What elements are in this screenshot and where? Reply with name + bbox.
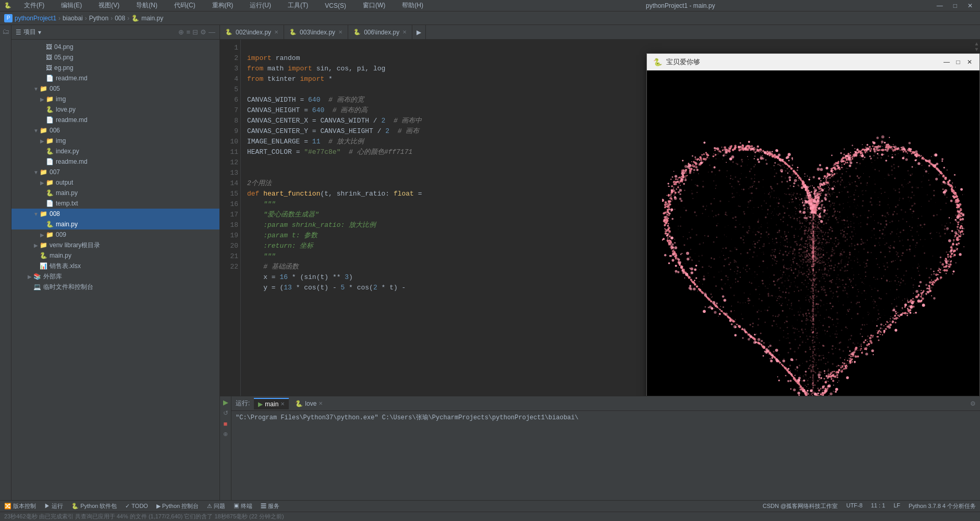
tab-002-index[interactable]: 🐍 002\index.py ✕ — [220, 25, 284, 40]
tree-item-009[interactable]: ▶ 📁 009 — [11, 229, 219, 240]
maximize-button[interactable]: □ — [950, 2, 960, 9]
sidebar-title: 项目 — [23, 28, 36, 37]
tab-close-icon[interactable]: ✕ — [274, 29, 278, 35]
floating-close-button[interactable]: ✕ — [966, 58, 973, 66]
tab-close-icon[interactable]: ✕ — [402, 29, 407, 35]
status-line-ending: LF — [893, 502, 900, 510]
lib-icon: 📚 — [33, 273, 41, 280]
terminal-btn[interactable]: ▣ 终端 — [234, 502, 252, 510]
tab-003-index[interactable]: 🐍 003\index.py ✕ — [284, 25, 348, 40]
image-icon: 🖼 — [46, 43, 52, 51]
menu-item-vcs[interactable]: VCS(S) — [321, 1, 350, 10]
folder-icon: 📁 — [40, 241, 47, 249]
bottom-tab-main[interactable]: ▶ main ✕ — [254, 398, 289, 409]
sidebar-hide-icon[interactable]: — — [209, 28, 215, 36]
minimize-button[interactable]: — — [934, 2, 946, 9]
python-packages-btn[interactable]: 🐍 Python 软件包 — [71, 502, 117, 510]
bottom-tab-right-controls: ⚙ — [970, 400, 976, 407]
tree-item-temp-console[interactable]: 💻 临时文件和控制台 — [11, 282, 219, 292]
menu-item-window[interactable]: 窗口(W) — [359, 0, 389, 11]
tree-item-venv[interactable]: ▶ 📁 venv library根目录 — [11, 240, 219, 250]
breadcrumb-item-python[interactable]: Python — [89, 15, 108, 22]
issues-btn[interactable]: ⚠ 问题 — [207, 502, 225, 510]
status-csdn: CSDN @孤客网络科技工作室 — [763, 502, 838, 510]
tree-item-007[interactable]: ▼ 📁 007 — [11, 167, 219, 177]
tree-item-008[interactable]: ▼ 📁 008 — [11, 209, 219, 219]
tree-item-readme3[interactable]: 📄 readme.md — [11, 156, 219, 167]
settings-icon[interactable]: ⚙ — [970, 400, 976, 407]
breadcrumb-item-project[interactable]: pythonProject1 — [15, 15, 56, 22]
floating-window-title-bar: 🐍 宝贝爱你够 — □ ✕ — [647, 54, 979, 70]
run-command-line: "C:\Program Files\Python37\python.exe" C… — [236, 413, 976, 422]
tree-item-05png[interactable]: 🖼 05.png — [11, 52, 219, 63]
tree-item-img-005[interactable]: ▶ 📁 img — [11, 94, 219, 104]
tab-more[interactable]: ▶ — [412, 25, 426, 40]
tree-item-temptxt[interactable]: 📄 temp.txt — [11, 198, 219, 209]
menu-item-nav[interactable]: 导航(N) — [132, 0, 162, 11]
menu-item-view[interactable]: 视图(V) — [94, 0, 124, 11]
tree-item-img-006[interactable]: ▶ 📁 img — [11, 136, 219, 146]
run-btn[interactable]: ▶ 运行 — [44, 502, 63, 510]
tree-item-readme1[interactable]: 📄 readme.md — [11, 73, 219, 83]
heart-canvas: // We'll use inline SVG circles to simul… — [647, 70, 979, 396]
folder-icon: 📁 — [46, 179, 54, 186]
todo-btn[interactable]: ✓ TODO — [125, 503, 148, 510]
menu-item-refactor[interactable]: 重构(R) — [208, 0, 238, 11]
tab-bar: 🐍 002\index.py ✕ 🐍 003\index.py ✕ 🐍 006\… — [220, 25, 980, 40]
run-rerun-icon[interactable]: ↺ — [223, 409, 228, 417]
run-stop-icon[interactable]: ■ — [224, 420, 228, 428]
sidebar-locate-icon[interactable]: ⊕ — [178, 28, 184, 36]
sidebar-dropdown-icon[interactable]: ▾ — [38, 29, 41, 36]
tree-item-005[interactable]: ▼ 📁 005 — [11, 83, 219, 94]
menu-item-code[interactable]: 代码(C) — [170, 0, 200, 11]
services-btn[interactable]: ☰ 服务 — [261, 502, 279, 510]
close-button[interactable]: ✕ — [964, 2, 976, 9]
tree-item-egpng[interactable]: 🖼 eg.png — [11, 63, 219, 73]
tree-item-indexpy-006[interactable]: 🐍 index.py — [11, 146, 219, 156]
tree-item-external-libs[interactable]: ▶ 📚 外部库 — [11, 271, 219, 282]
tree-item-lovepy[interactable]: 🐍 love.py — [11, 104, 219, 115]
tab-close-icon[interactable]: ✕ — [280, 401, 285, 407]
tree-item-mainpy-008-active[interactable]: 🐍 main.py — [11, 219, 219, 229]
tree-item-output[interactable]: ▶ 📁 output — [11, 177, 219, 188]
menu-item-run[interactable]: 运行(U) — [246, 0, 275, 11]
tab-006-index[interactable]: 🐍 006\index.py ✕ — [348, 25, 412, 40]
breadcrumb-item-biaobai[interactable]: biaobai — [63, 15, 83, 22]
version-control-btn[interactable]: 🔀 版本控制 — [4, 502, 36, 510]
floating-minimize-button[interactable]: — — [943, 58, 950, 66]
terminal-content[interactable]: "C:\Program Files\Python37\python.exe" C… — [231, 411, 980, 500]
python-console-btn[interactable]: ▶ Python 控制台 — [156, 502, 199, 510]
folder-icon: 📁 — [40, 127, 47, 134]
xlsx-icon: 📊 — [40, 262, 47, 270]
tree-item-mainpy-007[interactable]: 🐍 main.py — [11, 188, 219, 198]
run-split-icon[interactable]: ⊕ — [223, 431, 228, 438]
sidebar-expand-icon[interactable]: ≡ — [186, 28, 190, 36]
menu-item-tools[interactable]: 工具(T) — [284, 0, 312, 11]
sidebar: ☰ 项目 ▾ ⊕ ≡ ⊟ ⚙ — 🖼 04.png — [11, 25, 220, 500]
project-panel-icon[interactable]: 🗂 — [2, 27, 9, 35]
tab-close-icon[interactable]: ✕ — [318, 401, 323, 406]
breadcrumb: P pythonProject1 › biaobai › Python › 00… — [0, 11, 980, 25]
image-icon: 🖼 — [46, 54, 52, 61]
tree-item-readme2[interactable]: 📄 readme.md — [11, 115, 219, 125]
tree-item-xlsx[interactable]: 📊 销售表.xlsx — [11, 261, 219, 271]
tab-close-icon[interactable]: ✕ — [338, 29, 342, 35]
run-play-icon[interactable]: ▶ — [223, 398, 228, 406]
indexing-status: 23秒462毫秒 由已完成索引 共查询已应用于 44% 的文件 (1,177/2… — [0, 512, 980, 521]
console-icon: 💻 — [33, 283, 41, 290]
tree-item-04png[interactable]: 🖼 04.png — [11, 42, 219, 52]
breadcrumb-item-file[interactable]: 🐍 main.py — [131, 15, 163, 22]
tree-item-mainpy-root[interactable]: 🐍 main.py — [11, 250, 219, 261]
menu-item-edit[interactable]: 编辑(E) — [57, 0, 86, 11]
bottom-tab-love[interactable]: 🐍 love ✕ — [291, 398, 327, 409]
bottom-tab-bar: 运行: ▶ main ✕ 🐍 love ✕ ⚙ — [231, 396, 980, 411]
tree-item-006[interactable]: ▼ 📁 006 — [11, 125, 219, 136]
breadcrumb-item-008[interactable]: 008 — [115, 15, 125, 22]
sidebar-collapse-icon[interactable]: ⊟ — [192, 28, 198, 36]
menu-item-help[interactable]: 帮助(H) — [398, 0, 427, 11]
floating-maximize-button[interactable]: □ — [954, 58, 962, 66]
sidebar-settings-icon[interactable]: ⚙ — [200, 28, 206, 36]
menu-item-file[interactable]: 文件(F) — [20, 0, 48, 11]
bottom-panel: ▶ ↺ ■ ⊕ 运行: ▶ main ✕ � — [220, 396, 980, 500]
run-icon: 🐍 — [295, 400, 303, 407]
